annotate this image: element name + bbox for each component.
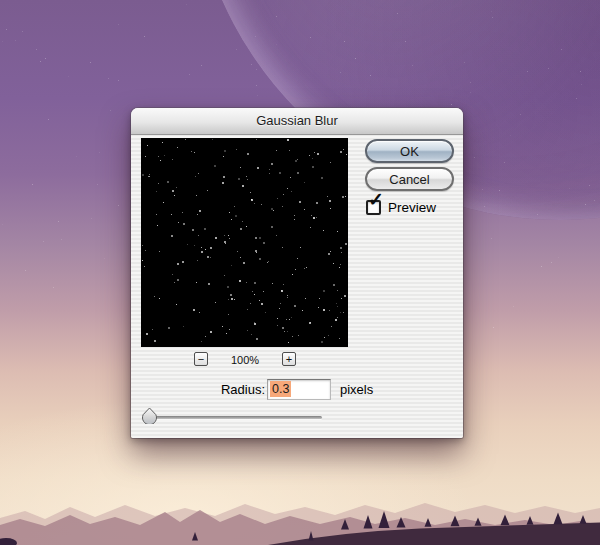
dialog-titlebar[interactable]: Gaussian Blur [131, 108, 463, 135]
sky-star [118, 24, 119, 25]
sky-star [576, 98, 577, 99]
sky-star [76, 156, 77, 157]
sky-star [32, 184, 33, 185]
sky-star [99, 152, 100, 153]
sky-star [61, 239, 62, 240]
sky-star [68, 76, 69, 77]
zoom-out-button[interactable]: − [194, 352, 208, 366]
sky-star [251, 64, 252, 65]
blur-preview-image[interactable] [141, 138, 348, 347]
sky-star [310, 37, 311, 38]
sky-star [25, 270, 26, 271]
sky-star [451, 104, 452, 105]
sky-star [36, 49, 37, 50]
radius-slider[interactable] [131, 404, 341, 428]
sky-star [53, 287, 54, 288]
sky-star [2, 224, 3, 225]
sky-star [91, 218, 92, 219]
radius-unit-label: pixels [340, 382, 373, 397]
sky-star [48, 119, 49, 120]
sky-star [118, 80, 119, 81]
sky-star [104, 258, 105, 259]
sky-star [257, 95, 258, 96]
sky-star [558, 257, 559, 258]
sky-star [355, 58, 356, 59]
radius-label: Radius: [221, 382, 265, 397]
sky-star [405, 41, 406, 42]
sky-star [40, 61, 41, 62]
ok-button[interactable]: OK [365, 139, 454, 163]
sky-star [2, 41, 3, 42]
sky-star [482, 189, 483, 190]
sky-star [6, 29, 7, 30]
sky-star [236, 49, 237, 50]
sky-star [108, 78, 109, 79]
dialog-title: Gaussian Blur [256, 113, 338, 128]
slider-thumb[interactable] [141, 407, 158, 424]
sky-star [585, 204, 586, 205]
sky-star [90, 62, 91, 63]
checkmark-icon: ✓ [368, 190, 384, 209]
sky-star [118, 205, 119, 206]
radius-input[interactable]: 0.3 [267, 379, 331, 400]
zoom-in-button[interactable]: + [282, 352, 296, 366]
sky-star [186, 4, 187, 5]
sky-star [491, 238, 492, 239]
radius-value-selected: 0.3 [270, 381, 291, 397]
sky-star [344, 41, 345, 42]
sky-star [45, 58, 46, 59]
preview-checkbox-label: Preview [388, 200, 436, 216]
sky-star [569, 188, 570, 189]
sky-star [493, 327, 494, 328]
zoom-level: 100% [221, 354, 269, 366]
mountains-silhouette [0, 495, 600, 545]
sky-star [551, 262, 552, 263]
desktop-background: Gaussian Blur − 100% + Radius: 0.3 pixel… [0, 0, 600, 545]
sky-star [22, 31, 23, 32]
preview-checkbox[interactable]: ✓ [366, 200, 381, 215]
sky-star [58, 221, 59, 222]
sky-star [110, 110, 111, 111]
sky-star [43, 241, 44, 242]
sky-star [144, 36, 145, 37]
gaussian-blur-dialog: Gaussian Blur − 100% + Radius: 0.3 pixel… [131, 108, 463, 438]
sky-star [256, 69, 257, 70]
sky-star [541, 266, 542, 267]
sky-star [189, 74, 190, 75]
slider-track[interactable] [146, 416, 322, 419]
sky-star [548, 68, 549, 69]
sky-star [97, 184, 98, 185]
sky-star [201, 65, 202, 66]
sky-star [513, 306, 514, 307]
cancel-button[interactable]: Cancel [365, 167, 454, 191]
sky-star [255, 36, 256, 37]
sky-star [256, 85, 257, 86]
sky-star [15, 40, 16, 41]
